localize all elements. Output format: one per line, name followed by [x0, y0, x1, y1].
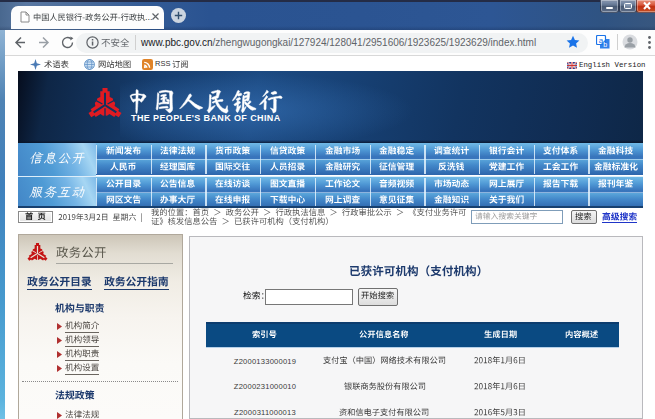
svg-text:b: b — [603, 41, 607, 48]
